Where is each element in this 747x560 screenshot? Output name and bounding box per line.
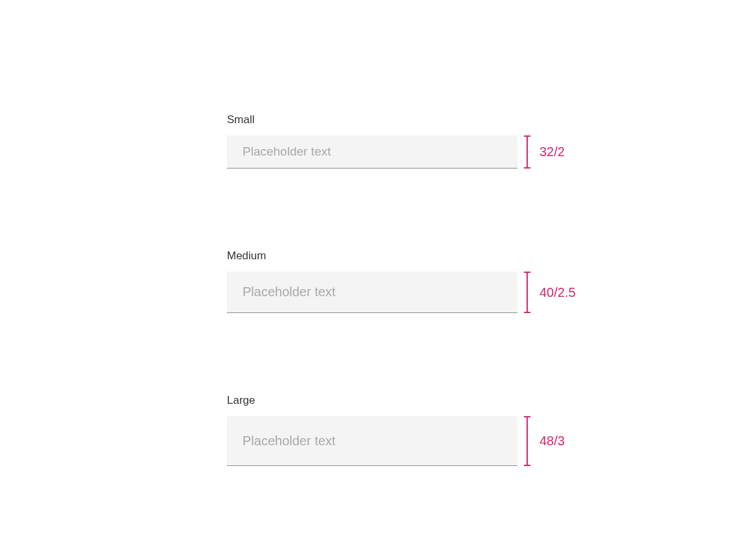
large-dimension-label: 48/3: [540, 434, 565, 449]
medium-dimension-indicator: 40/2.5: [524, 272, 576, 313]
large-dimension-indicator: 48/3: [524, 416, 565, 466]
large-input-group: Large 48/3: [227, 394, 616, 466]
dimension-bracket-icon: [524, 135, 530, 169]
small-dimension-label: 32/2: [540, 145, 565, 159]
small-input-group: Small 32/2: [227, 113, 616, 169]
large-input-row: 48/3: [227, 416, 616, 466]
small-dimension-indicator: 32/2: [524, 135, 565, 169]
large-text-input[interactable]: [227, 416, 517, 466]
small-text-input[interactable]: [227, 135, 517, 169]
dimension-bracket-icon: [524, 272, 530, 313]
small-input-row: 32/2: [227, 135, 616, 169]
medium-input-group: Medium 40/2.5: [227, 250, 616, 313]
dimension-bracket-icon: [524, 416, 530, 466]
small-input-label: Small: [227, 113, 616, 126]
medium-input-label: Medium: [227, 250, 616, 262]
medium-input-row: 40/2.5: [227, 272, 616, 313]
medium-text-input[interactable]: [227, 272, 517, 313]
medium-dimension-label: 40/2.5: [540, 285, 576, 300]
input-sizes-showcase: Small 32/2 Medium 40/: [227, 113, 616, 466]
large-input-label: Large: [227, 394, 616, 407]
